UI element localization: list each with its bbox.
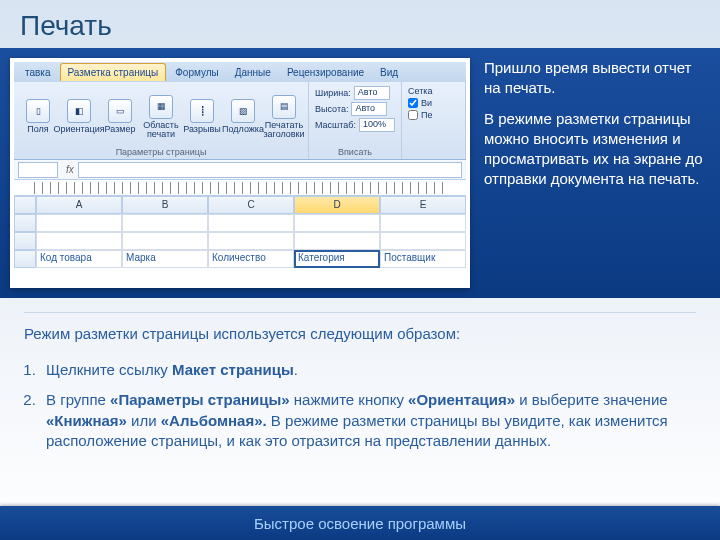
cell[interactable]: [36, 214, 122, 232]
height-input[interactable]: Авто: [351, 102, 387, 116]
cell[interactable]: [294, 232, 380, 250]
header-cell[interactable]: Категория: [294, 250, 380, 268]
col-header[interactable]: A: [36, 196, 122, 214]
margins-button[interactable]: ▯Поля: [20, 99, 56, 134]
fx-icon[interactable]: fx: [66, 164, 74, 175]
steps-list: Щелкните ссылку Макет страницы. В группе…: [0, 348, 720, 451]
tab-formulas[interactable]: Формулы: [168, 64, 226, 81]
size-icon: ▭: [108, 99, 132, 123]
ribbon-tabs: тавка Разметка страницы Формулы Данные Р…: [14, 62, 466, 82]
cell[interactable]: [380, 232, 466, 250]
gridlines-label: Сетка: [408, 86, 459, 96]
worksheet: A B C D E: [14, 196, 466, 288]
breaks-button[interactable]: ┋Разрывы: [184, 99, 220, 134]
step-item: В группе «Параметры страницы» нажмите кн…: [40, 390, 690, 451]
background-button[interactable]: ▨Подложка: [225, 99, 261, 134]
col-header[interactable]: B: [122, 196, 208, 214]
group-page-setup-label: Параметры страницы: [20, 147, 302, 157]
scale-input[interactable]: 100%: [359, 118, 395, 132]
tab-view[interactable]: Вид: [373, 64, 405, 81]
cell[interactable]: [208, 214, 294, 232]
cell[interactable]: [380, 214, 466, 232]
tab-insert[interactable]: тавка: [18, 64, 58, 81]
slide-title: Печать: [0, 0, 720, 48]
header-cell[interactable]: Марка: [122, 250, 208, 268]
orientation-icon: ◧: [67, 99, 91, 123]
section-caption: Режим разметки страницы используется сле…: [24, 312, 696, 342]
col-header[interactable]: D: [294, 196, 380, 214]
header-cell[interactable]: Код товара: [36, 250, 122, 268]
print-checkbox[interactable]: [408, 110, 418, 120]
print-titles-button[interactable]: ▤Печатать заголовки: [266, 95, 302, 139]
print-area-button[interactable]: ▦Область печати: [143, 95, 179, 139]
formula-input[interactable]: [78, 162, 462, 178]
width-label: Ширина:: [315, 88, 351, 98]
cell[interactable]: [122, 232, 208, 250]
print-area-icon: ▦: [149, 95, 173, 119]
height-label: Высота:: [315, 104, 348, 114]
formula-bar: fx: [14, 160, 466, 180]
hero-paragraph: В режиме разметки страницы можно вносить…: [484, 109, 704, 190]
name-box[interactable]: [18, 162, 58, 178]
size-button[interactable]: ▭Размер: [102, 99, 138, 134]
row-header[interactable]: [14, 214, 36, 232]
view-checkbox[interactable]: [408, 98, 418, 108]
scale-label: Масштаб:: [315, 120, 356, 130]
orientation-button[interactable]: ◧Ориентация: [61, 99, 97, 134]
hero-band: тавка Разметка страницы Формулы Данные Р…: [0, 48, 720, 298]
header-cell[interactable]: Поставщик: [380, 250, 466, 268]
ribbon: ▯Поля ◧Ориентация ▭Размер ▦Область печат…: [14, 82, 466, 160]
tab-page-layout[interactable]: Разметка страницы: [60, 63, 167, 81]
row-header[interactable]: [14, 232, 36, 250]
hero-text: Пришло время вывести отчет на печать. В …: [484, 58, 704, 288]
col-header[interactable]: C: [208, 196, 294, 214]
cell[interactable]: [122, 214, 208, 232]
header-cell[interactable]: Количество: [208, 250, 294, 268]
background-icon: ▨: [231, 99, 255, 123]
hero-paragraph: Пришло время вывести отчет на печать.: [484, 58, 704, 99]
cell[interactable]: [36, 232, 122, 250]
margins-icon: ▯: [26, 99, 50, 123]
col-header[interactable]: E: [380, 196, 466, 214]
breaks-icon: ┋: [190, 99, 214, 123]
excel-screenshot: тавка Разметка страницы Формулы Данные Р…: [10, 58, 470, 288]
print-titles-icon: ▤: [272, 95, 296, 119]
footer-band: Быстрое освоение программы: [0, 506, 720, 540]
footer-text: Быстрое освоение программы: [254, 515, 466, 532]
horizontal-ruler: [14, 180, 466, 196]
cell[interactable]: [208, 232, 294, 250]
step-item: Щелкните ссылку Макет страницы.: [40, 360, 690, 380]
group-scale-label: Вписать: [315, 147, 395, 157]
width-input[interactable]: Авто: [354, 86, 390, 100]
cell[interactable]: [294, 214, 380, 232]
tab-data[interactable]: Данные: [228, 64, 278, 81]
tab-review[interactable]: Рецензирование: [280, 64, 371, 81]
row-header[interactable]: [14, 250, 36, 268]
select-all-corner[interactable]: [14, 196, 36, 214]
